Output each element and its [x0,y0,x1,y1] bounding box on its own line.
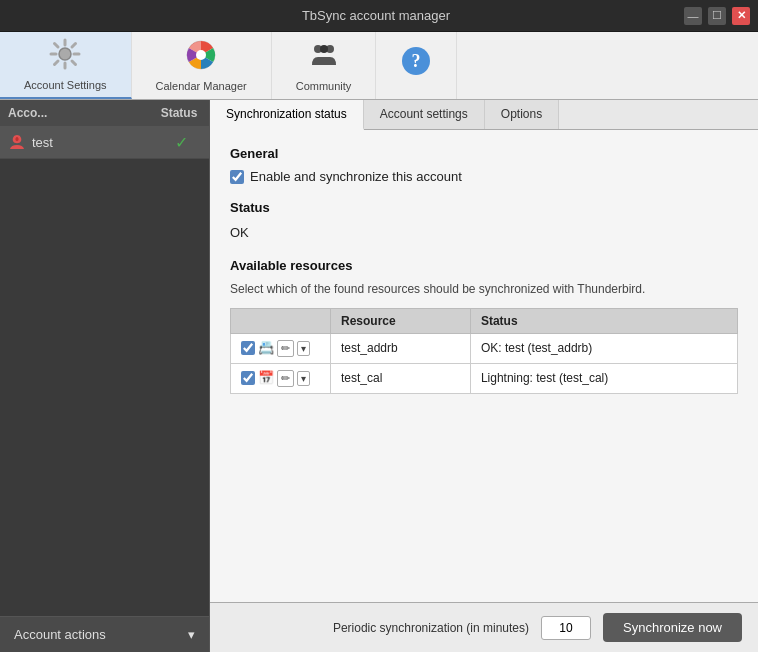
tab-options[interactable]: Options [485,100,559,129]
resource-checkbox-2[interactable] [241,371,255,385]
close-button[interactable]: ✕ [732,7,750,25]
nav-item-account-settings[interactable]: Account Settings [0,32,132,99]
people-icon [308,39,340,76]
tab-content: General Enable and synchronize this acco… [210,130,758,602]
tab-account-settings[interactable]: Account settings [364,100,485,129]
sync-now-button[interactable]: Synchronize now [603,613,742,642]
nav-item-community[interactable]: Community [272,32,377,99]
nav-item-help[interactable]: ? [376,32,457,99]
resource-status-2: Lightning: test (test_cal) [470,363,737,393]
sidebar-list: test ✓ [0,127,209,616]
svg-text:?: ? [412,51,421,71]
periodic-minutes-input[interactable] [541,616,591,640]
account-actions-button[interactable]: Account actions ▾ [0,617,209,652]
svg-line-8 [55,61,59,65]
resource-row-controls-1: 📇 ✏ ▾ [231,333,331,363]
nav-label-community: Community [296,80,352,92]
svg-point-0 [59,48,71,60]
sidebar: Acco... Status test ✓ Account actions ▾ [0,100,210,652]
content-area: Synchronization status Account settings … [210,100,758,652]
enable-account-checkbox[interactable] [230,170,244,184]
resource-controls-col-header [231,308,331,333]
svg-line-5 [55,44,59,48]
resources-section-title: Available resources [230,258,738,273]
general-section-title: General [230,146,738,161]
sidebar-item-name: test [32,135,161,150]
bottom-bar: Periodic synchronization (in minutes) Sy… [210,602,758,652]
status-section: Status OK [230,200,738,242]
resource-edit-button-2[interactable]: ✏ [277,370,294,387]
nav-label-account-settings: Account Settings [24,79,107,91]
sidebar-col-status-header: Status [149,100,209,126]
sidebar-item-status: ✓ [161,133,201,152]
sidebar-header: Acco... Status [0,100,209,127]
svg-line-6 [72,61,76,65]
nav-label-calendar-manager: Calendar Manager [156,80,247,92]
resource-controls-1: 📇 ✏ ▾ [241,340,320,357]
svg-point-10 [196,50,206,60]
resource-row-controls-2: 📅 ✏ ▾ [231,363,331,393]
dropdown-icon: ▾ [188,627,195,642]
tabs-row: Synchronization status Account settings … [210,100,758,130]
resource-checkbox-1[interactable] [241,341,255,355]
gear-icon [49,38,81,75]
nav-item-calendar-manager[interactable]: Calendar Manager [132,32,272,99]
resource-name-col-header: Resource [331,308,471,333]
svg-line-7 [72,44,76,48]
minimize-button[interactable]: — [684,7,702,25]
resources-description: Select which of the found resources shou… [230,281,738,298]
colorwheel-icon [185,39,217,76]
sidebar-item-test[interactable]: test ✓ [0,127,209,159]
resources-table: Resource Status 📇 ✏ ▾ [230,308,738,394]
window-controls: — ☐ ✕ [684,7,750,25]
enable-account-label: Enable and synchronize this account [250,169,462,184]
svg-point-13 [320,45,328,53]
sidebar-col-account-header: Acco... [0,100,149,126]
account-icon [8,134,26,152]
resource-dropdown-button-1[interactable]: ▾ [297,341,310,356]
table-row: 📅 ✏ ▾ test_cal Lightning: test (test_cal… [231,363,738,393]
status-value: OK [230,223,738,242]
enable-account-row: Enable and synchronize this account [230,169,738,184]
resource-controls-2: 📅 ✏ ▾ [241,370,320,387]
account-actions-label: Account actions [14,627,106,642]
resource-name-2: test_cal [331,363,471,393]
periodic-label: Periodic synchronization (in minutes) [333,621,529,635]
tab-sync-status[interactable]: Synchronization status [210,100,364,130]
main-layout: Acco... Status test ✓ Account actions ▾ [0,100,758,652]
question-icon: ? [400,45,432,82]
resource-dropdown-button-2[interactable]: ▾ [297,371,310,386]
sidebar-footer: Account actions ▾ [0,616,209,652]
status-section-title: Status [230,200,738,215]
addressbook-icon: 📇 [258,340,274,356]
resource-status-1: OK: test (test_addrb) [470,333,737,363]
resource-status-col-header: Status [470,308,737,333]
maximize-button[interactable]: ☐ [708,7,726,25]
resources-section: Available resources Select which of the … [230,258,738,394]
table-row: 📇 ✏ ▾ test_addrb OK: test (test_addrb) [231,333,738,363]
resource-name-1: test_addrb [331,333,471,363]
calendar-icon: 📅 [258,370,274,386]
window-title: TbSync account manager [68,8,684,23]
nav-bar: Account Settings Calendar Manager [0,32,758,100]
resource-edit-button-1[interactable]: ✏ [277,340,294,357]
title-bar: TbSync account manager — ☐ ✕ [0,0,758,32]
